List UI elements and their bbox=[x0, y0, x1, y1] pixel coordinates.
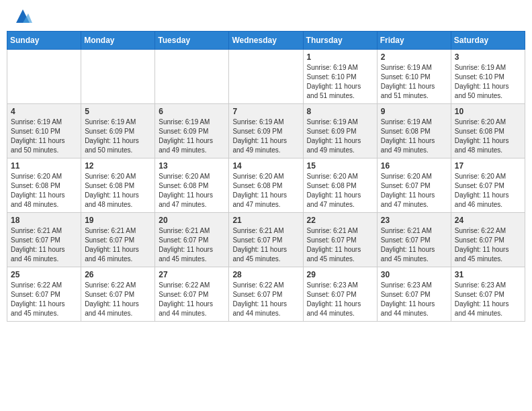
header-wednesday: Wednesday bbox=[229, 32, 303, 50]
day-info: Sunrise: 6:21 AM Sunset: 6:07 PM Dayligh… bbox=[159, 226, 225, 264]
day-number: 7 bbox=[232, 107, 299, 116]
calendar-header-row: SundayMondayTuesdayWednesdayThursdayFrid… bbox=[7, 32, 525, 50]
day-cell-2: 2Sunrise: 6:19 AM Sunset: 6:10 PM Daylig… bbox=[377, 50, 451, 104]
day-info: Sunrise: 6:22 AM Sunset: 6:07 PM Dayligh… bbox=[11, 281, 77, 318]
day-number: 9 bbox=[381, 107, 447, 116]
day-cell-18: 18Sunrise: 6:21 AM Sunset: 6:07 PM Dayli… bbox=[7, 213, 81, 267]
day-number: 16 bbox=[381, 161, 447, 171]
day-number: 14 bbox=[232, 161, 299, 171]
day-info: Sunrise: 6:20 AM Sunset: 6:08 PM Dayligh… bbox=[307, 172, 373, 210]
day-info: Sunrise: 6:23 AM Sunset: 6:07 PM Dayligh… bbox=[455, 281, 521, 318]
day-info: Sunrise: 6:23 AM Sunset: 6:07 PM Dayligh… bbox=[307, 281, 373, 318]
day-info: Sunrise: 6:22 AM Sunset: 6:07 PM Dayligh… bbox=[232, 281, 299, 318]
day-cell-4: 4Sunrise: 6:19 AM Sunset: 6:10 PM Daylig… bbox=[7, 104, 81, 158]
day-cell-3: 3Sunrise: 6:19 AM Sunset: 6:10 PM Daylig… bbox=[451, 50, 525, 104]
day-number: 12 bbox=[85, 161, 151, 171]
day-info: Sunrise: 6:19 AM Sunset: 6:10 PM Dayligh… bbox=[381, 63, 447, 101]
day-cell-28: 28Sunrise: 6:22 AM Sunset: 6:07 PM Dayli… bbox=[229, 267, 303, 322]
day-number: 31 bbox=[455, 270, 521, 279]
day-cell-27: 27Sunrise: 6:22 AM Sunset: 6:07 PM Dayli… bbox=[155, 267, 229, 322]
day-cell-31: 31Sunrise: 6:23 AM Sunset: 6:07 PM Dayli… bbox=[451, 267, 525, 322]
day-info: Sunrise: 6:19 AM Sunset: 6:10 PM Dayligh… bbox=[307, 63, 373, 101]
day-cell-8: 8Sunrise: 6:19 AM Sunset: 6:09 PM Daylig… bbox=[303, 104, 377, 158]
day-info: Sunrise: 6:20 AM Sunset: 6:08 PM Dayligh… bbox=[232, 172, 299, 210]
day-info: Sunrise: 6:20 AM Sunset: 6:08 PM Dayligh… bbox=[11, 172, 77, 210]
day-cell-17: 17Sunrise: 6:20 AM Sunset: 6:07 PM Dayli… bbox=[451, 158, 525, 213]
day-info: Sunrise: 6:20 AM Sunset: 6:08 PM Dayligh… bbox=[85, 172, 151, 210]
day-info: Sunrise: 6:19 AM Sunset: 6:09 PM Dayligh… bbox=[232, 118, 299, 155]
day-info: Sunrise: 6:20 AM Sunset: 6:08 PM Dayligh… bbox=[159, 172, 225, 210]
day-info: Sunrise: 6:21 AM Sunset: 6:07 PM Dayligh… bbox=[232, 226, 299, 264]
day-cell-25: 25Sunrise: 6:22 AM Sunset: 6:07 PM Dayli… bbox=[7, 267, 81, 322]
day-number: 8 bbox=[307, 107, 373, 116]
day-cell-20: 20Sunrise: 6:21 AM Sunset: 6:07 PM Dayli… bbox=[155, 213, 229, 267]
week-row-3: 11Sunrise: 6:20 AM Sunset: 6:08 PM Dayli… bbox=[7, 158, 525, 213]
day-info: Sunrise: 6:21 AM Sunset: 6:07 PM Dayligh… bbox=[381, 226, 447, 264]
day-info: Sunrise: 6:20 AM Sunset: 6:07 PM Dayligh… bbox=[455, 172, 521, 210]
day-info: Sunrise: 6:19 AM Sunset: 6:10 PM Dayligh… bbox=[455, 63, 521, 101]
day-info: Sunrise: 6:22 AM Sunset: 6:07 PM Dayligh… bbox=[85, 281, 151, 318]
day-cell-1: 1Sunrise: 6:19 AM Sunset: 6:10 PM Daylig… bbox=[303, 50, 377, 104]
day-number: 6 bbox=[159, 107, 225, 116]
calendar-table: SundayMondayTuesdayWednesdayThursdayFrid… bbox=[7, 31, 525, 322]
empty-cell bbox=[155, 50, 229, 104]
day-cell-7: 7Sunrise: 6:19 AM Sunset: 6:09 PM Daylig… bbox=[229, 104, 303, 158]
header-monday: Monday bbox=[81, 32, 155, 50]
day-cell-23: 23Sunrise: 6:21 AM Sunset: 6:07 PM Dayli… bbox=[377, 213, 451, 267]
day-cell-29: 29Sunrise: 6:23 AM Sunset: 6:07 PM Dayli… bbox=[303, 267, 377, 322]
day-number: 3 bbox=[455, 52, 521, 62]
day-number: 29 bbox=[307, 270, 373, 279]
day-cell-30: 30Sunrise: 6:23 AM Sunset: 6:07 PM Dayli… bbox=[377, 267, 451, 322]
day-number: 13 bbox=[159, 161, 225, 171]
day-info: Sunrise: 6:21 AM Sunset: 6:07 PM Dayligh… bbox=[11, 226, 77, 264]
day-number: 23 bbox=[381, 216, 447, 225]
day-info: Sunrise: 6:19 AM Sunset: 6:09 PM Dayligh… bbox=[85, 118, 151, 155]
day-cell-13: 13Sunrise: 6:20 AM Sunset: 6:08 PM Dayli… bbox=[155, 158, 229, 213]
day-cell-11: 11Sunrise: 6:20 AM Sunset: 6:08 PM Dayli… bbox=[7, 158, 81, 213]
day-number: 5 bbox=[85, 107, 151, 116]
day-cell-22: 22Sunrise: 6:21 AM Sunset: 6:07 PM Dayli… bbox=[303, 213, 377, 267]
day-number: 18 bbox=[11, 216, 77, 225]
day-number: 30 bbox=[381, 270, 447, 279]
empty-cell bbox=[229, 50, 303, 104]
header-sunday: Sunday bbox=[7, 32, 81, 50]
day-number: 11 bbox=[11, 161, 77, 171]
header-tuesday: Tuesday bbox=[155, 32, 229, 50]
day-number: 27 bbox=[159, 270, 225, 279]
day-info: Sunrise: 6:20 AM Sunset: 6:07 PM Dayligh… bbox=[381, 172, 447, 210]
day-info: Sunrise: 6:19 AM Sunset: 6:09 PM Dayligh… bbox=[159, 118, 225, 155]
day-cell-9: 9Sunrise: 6:19 AM Sunset: 6:08 PM Daylig… bbox=[377, 104, 451, 158]
day-info: Sunrise: 6:19 AM Sunset: 6:09 PM Dayligh… bbox=[307, 118, 373, 155]
day-info: Sunrise: 6:19 AM Sunset: 6:10 PM Dayligh… bbox=[11, 118, 77, 155]
day-cell-21: 21Sunrise: 6:21 AM Sunset: 6:07 PM Dayli… bbox=[229, 213, 303, 267]
day-cell-16: 16Sunrise: 6:20 AM Sunset: 6:07 PM Dayli… bbox=[377, 158, 451, 213]
day-number: 10 bbox=[455, 107, 521, 116]
day-number: 26 bbox=[85, 270, 151, 279]
day-number: 21 bbox=[232, 216, 299, 225]
day-info: Sunrise: 6:19 AM Sunset: 6:08 PM Dayligh… bbox=[381, 118, 447, 155]
page-header bbox=[7, 7, 525, 26]
empty-cell bbox=[81, 50, 155, 104]
header-thursday: Thursday bbox=[303, 32, 377, 50]
day-cell-24: 24Sunrise: 6:22 AM Sunset: 6:07 PM Dayli… bbox=[451, 213, 525, 267]
week-row-1: 1Sunrise: 6:19 AM Sunset: 6:10 PM Daylig… bbox=[7, 50, 525, 104]
day-cell-10: 10Sunrise: 6:20 AM Sunset: 6:08 PM Dayli… bbox=[451, 104, 525, 158]
day-number: 24 bbox=[455, 216, 521, 225]
day-number: 2 bbox=[381, 52, 447, 62]
header-saturday: Saturday bbox=[451, 32, 525, 50]
day-number: 22 bbox=[307, 216, 373, 225]
day-info: Sunrise: 6:21 AM Sunset: 6:07 PM Dayligh… bbox=[307, 226, 373, 264]
day-cell-5: 5Sunrise: 6:19 AM Sunset: 6:09 PM Daylig… bbox=[81, 104, 155, 158]
week-row-2: 4Sunrise: 6:19 AM Sunset: 6:10 PM Daylig… bbox=[7, 104, 525, 158]
day-info: Sunrise: 6:20 AM Sunset: 6:08 PM Dayligh… bbox=[455, 118, 521, 155]
day-number: 15 bbox=[307, 161, 373, 171]
logo-icon bbox=[13, 7, 32, 26]
day-number: 17 bbox=[455, 161, 521, 171]
day-info: Sunrise: 6:22 AM Sunset: 6:07 PM Dayligh… bbox=[455, 226, 521, 264]
day-info: Sunrise: 6:22 AM Sunset: 6:07 PM Dayligh… bbox=[159, 281, 225, 318]
week-row-5: 25Sunrise: 6:22 AM Sunset: 6:07 PM Dayli… bbox=[7, 267, 525, 322]
day-cell-26: 26Sunrise: 6:22 AM Sunset: 6:07 PM Dayli… bbox=[81, 267, 155, 322]
day-info: Sunrise: 6:21 AM Sunset: 6:07 PM Dayligh… bbox=[85, 226, 151, 264]
day-cell-14: 14Sunrise: 6:20 AM Sunset: 6:08 PM Dayli… bbox=[229, 158, 303, 213]
day-info: Sunrise: 6:23 AM Sunset: 6:07 PM Dayligh… bbox=[381, 281, 447, 318]
